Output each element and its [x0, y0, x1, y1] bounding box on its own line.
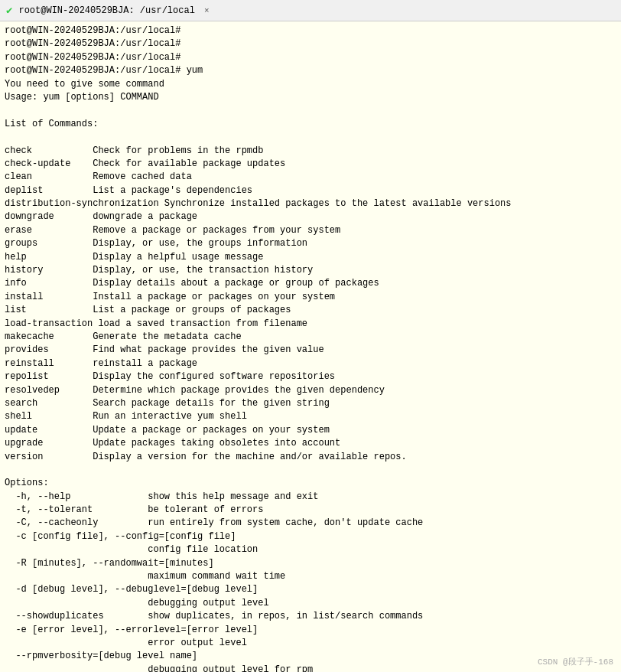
title-bar-text: root@WIN-20240529BJA: /usr/local: [18, 5, 194, 16]
terminal-window: ✔ root@WIN-20240529BJA: /usr/local × roo…: [0, 0, 621, 672]
title-bar: ✔ root@WIN-20240529BJA: /usr/local ×: [0, 0, 621, 21]
check-icon: ✔: [6, 4, 12, 17]
close-icon[interactable]: ×: [204, 6, 210, 15]
watermark: CSDN @段子手-168: [538, 656, 613, 667]
terminal-body: root@WIN-20240529BJA:/usr/local# root@WI…: [0, 21, 621, 672]
